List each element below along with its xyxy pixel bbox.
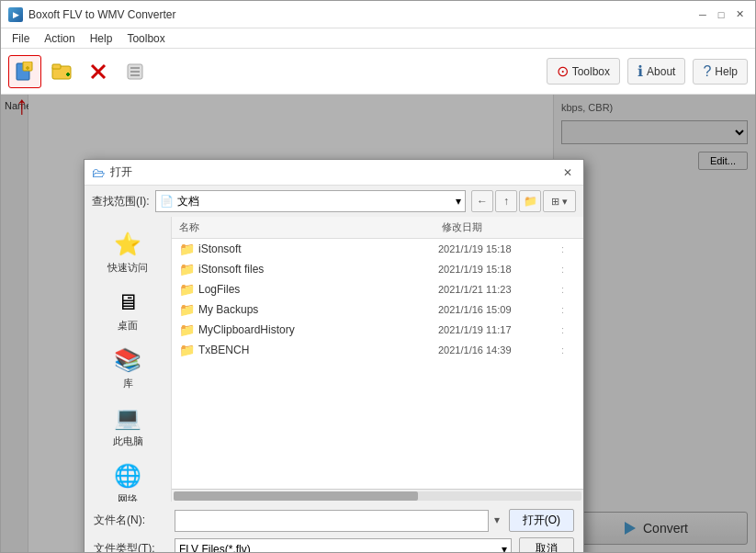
filetype-row: 文件类型(T): FLV Files(*.flv) ▾ 取消 xyxy=(94,537,574,552)
minimize-button[interactable]: ─ xyxy=(694,6,711,23)
filetype-label: 文件类型(T): xyxy=(94,541,167,552)
dialog-nav-buttons: ← ↑ 📁 ⊞ ▾ xyxy=(471,190,576,212)
desktop-icon: 🖥 xyxy=(117,289,139,315)
svg-rect-5 xyxy=(52,64,61,69)
file-date: 2021/1/19 15:18 xyxy=(438,264,558,275)
sidebar-item-library[interactable]: 📚 库 xyxy=(85,340,171,398)
file-row[interactable]: 📁 iStonsoft files 2021/1/19 15:18 : xyxy=(172,259,583,279)
nav-new-folder-button[interactable]: 📁 xyxy=(519,190,541,212)
settings-button[interactable] xyxy=(118,55,152,88)
file-row[interactable]: 📁 TxBENCH 2021/1/16 14:39 : xyxy=(172,340,583,360)
file-row[interactable]: 📁 MyClipboardHistory 2021/1/19 11:17 : xyxy=(172,320,583,340)
dialog-body: ⭐ 快速访问 🖥 桌面 📚 库 💻 此电脑 xyxy=(85,217,583,502)
toolbox-button[interactable]: ⊙ Toolbox xyxy=(547,58,620,85)
help-button[interactable]: ? Help xyxy=(693,59,748,85)
file-row[interactable]: 📁 LogFiles 2021/1/21 11:23 : xyxy=(172,279,583,299)
dialog-toolbar-label: 查找范围(I): xyxy=(92,194,150,209)
file-date: 2021/1/19 15:18 xyxy=(438,243,558,254)
sidebar-item-quick-access[interactable]: ⭐ 快速访问 xyxy=(85,224,171,282)
file-extra: : xyxy=(561,284,576,295)
file-name: iStonsoft xyxy=(198,243,434,255)
menu-bar: File Action Help Toolbox xyxy=(1,28,755,49)
file-browser: 名称 修改日期 📁 iStonsoft 2021/1/19 15:18 : 📁 … xyxy=(172,217,583,502)
dialog-location-text: 文档 xyxy=(177,194,199,209)
add-folder-button[interactable] xyxy=(45,55,78,88)
nav-view-button[interactable]: ⊞ ▾ xyxy=(543,190,576,212)
add-file-icon xyxy=(15,62,35,82)
file-extra: : xyxy=(561,264,576,275)
add-folder-icon xyxy=(51,62,72,82)
quick-access-label: 快速访问 xyxy=(107,261,148,275)
dialog-title: 打开 xyxy=(110,164,132,180)
filetype-value: FLV Files(*.flv) xyxy=(179,543,251,553)
horizontal-scrollbar[interactable] xyxy=(172,489,583,502)
file-row[interactable]: 📁 My Backups 2021/1/16 15:09 : xyxy=(172,299,583,320)
folder-icon: 📁 xyxy=(179,282,195,297)
open-button[interactable]: 打开(O) xyxy=(509,509,574,532)
dialog-backdrop: 🗁 打开 ✕ 查找范围(I): 📄 文档 ▾ xyxy=(1,95,755,552)
file-extra: : xyxy=(561,344,576,356)
folder-icon: 📁 xyxy=(179,302,195,317)
nav-back-button[interactable]: ← xyxy=(471,190,493,212)
menu-toolbox[interactable]: Toolbox xyxy=(119,30,172,47)
add-file-button[interactable] xyxy=(8,55,41,88)
dialog-toolbar: 查找范围(I): 📄 文档 ▾ ← ↑ 📁 ⊞ ▾ xyxy=(85,186,583,217)
folder-icon: 📁 xyxy=(179,242,195,256)
dialog-location-select[interactable]: 📄 文档 ▾ xyxy=(155,190,466,212)
toolbox-label: Toolbox xyxy=(572,65,610,78)
folder-icon: 📁 xyxy=(179,343,195,357)
sidebar-item-computer[interactable]: 💻 此电脑 xyxy=(85,398,171,456)
quick-access-icon: ⭐ xyxy=(114,231,141,257)
sidebar-item-desktop[interactable]: 🖥 桌面 xyxy=(85,282,171,340)
file-date: 2021/1/19 11:17 xyxy=(438,324,558,335)
dropdown-arrow-icon: ▾ xyxy=(456,195,461,208)
file-browser-header: 名称 修改日期 xyxy=(172,217,583,239)
library-icon: 📚 xyxy=(114,347,141,373)
file-name: LogFiles xyxy=(198,283,434,296)
menu-help[interactable]: Help xyxy=(83,30,120,47)
toolbar: ⊙ Toolbox ℹ About ? Help ↑ xyxy=(1,49,755,95)
delete-button[interactable] xyxy=(82,55,115,88)
close-button[interactable]: ✕ xyxy=(731,6,748,23)
menu-action[interactable]: Action xyxy=(37,30,82,47)
file-name: iStonsoft files xyxy=(198,263,434,276)
menu-file[interactable]: File xyxy=(5,30,37,47)
library-label: 库 xyxy=(123,377,133,390)
filename-input[interactable] xyxy=(175,510,489,532)
dialog-title-icon: 🗁 xyxy=(92,165,105,180)
file-date: 2021/1/16 15:09 xyxy=(438,304,558,315)
maximize-button[interactable]: □ xyxy=(713,6,729,23)
title-bar: ▶ Boxoft FLV to WMV Converter ─ □ ✕ xyxy=(1,1,755,28)
filetype-select[interactable]: FLV Files(*.flv) ▾ xyxy=(175,538,512,553)
settings-icon xyxy=(125,62,145,82)
computer-icon: 💻 xyxy=(114,405,141,431)
about-button[interactable]: ℹ About xyxy=(627,58,685,85)
app-icon: ▶ xyxy=(8,7,23,22)
about-icon: ℹ xyxy=(638,62,643,80)
file-open-dialog: 🗁 打开 ✕ 查找范围(I): 📄 文档 ▾ xyxy=(84,159,584,552)
nav-up-button[interactable]: ↑ xyxy=(495,190,517,212)
folder-icon: 📁 xyxy=(179,262,195,276)
window-title: Boxoft FLV to WMV Converter xyxy=(28,8,176,21)
file-name: My Backups xyxy=(198,303,434,316)
file-row[interactable]: 📁 iStonsoft 2021/1/19 15:18 : xyxy=(172,239,583,259)
file-browser-scroll[interactable]: 📁 iStonsoft 2021/1/19 15:18 : 📁 iStonsof… xyxy=(172,239,583,489)
cancel-button[interactable]: 取消 xyxy=(519,537,574,552)
filename-label: 文件名(N): xyxy=(94,513,167,528)
file-col-date-header: 修改日期 xyxy=(442,220,561,234)
main-content: Name kbps, CBR) Edit... Convert 🗁 xyxy=(1,95,755,552)
file-date: 2021/1/16 14:39 xyxy=(438,344,558,356)
main-window: ▶ Boxoft FLV to WMV Converter ─ □ ✕ File… xyxy=(0,0,756,553)
file-extra: : xyxy=(561,324,576,335)
help-label: Help xyxy=(715,65,738,78)
file-extra: : xyxy=(561,304,576,315)
toolbox-icon: ⊙ xyxy=(557,62,569,80)
file-extra: : xyxy=(561,243,576,254)
dialog-close-button[interactable]: ✕ xyxy=(559,164,576,181)
title-bar-controls: ─ □ ✕ xyxy=(694,6,748,23)
location-folder-icon: 📄 xyxy=(160,195,174,208)
computer-label: 此电脑 xyxy=(113,434,143,448)
delete-icon xyxy=(88,62,108,82)
toolbar-right: ⊙ Toolbox ℹ About ? Help xyxy=(547,58,748,85)
filename-row: 文件名(N): ▾ 打开(O) xyxy=(94,509,574,532)
